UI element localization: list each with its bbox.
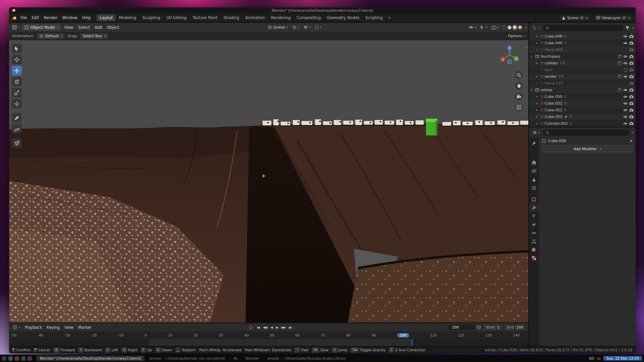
exclude-checkbox[interactable] bbox=[618, 88, 622, 92]
menu-item[interactable]: File bbox=[18, 15, 29, 21]
viewport-menu-item[interactable]: Add bbox=[92, 24, 104, 31]
outliner-row[interactable]: ▸ ▽ Plane.015 ▽ ⌄ bbox=[529, 80, 636, 86]
toggle-ortho-button[interactable] bbox=[515, 103, 523, 111]
browser-icon[interactable] bbox=[21, 356, 25, 361]
expand-arrow-icon[interactable]: ▸ bbox=[536, 102, 541, 105]
taskbar-window-button[interactable]: amalie : ~/Downloads/Youtube-Audio-Libra… bbox=[264, 356, 350, 361]
disable-render-icon[interactable] bbox=[629, 48, 634, 52]
end-frame-field[interactable]: End 100 bbox=[504, 324, 526, 330]
workspace-tab[interactable]: + bbox=[386, 14, 393, 21]
tool-scale[interactable] bbox=[12, 88, 22, 98]
exclude-checkbox[interactable] bbox=[618, 75, 622, 78]
disable-render-icon[interactable] bbox=[629, 81, 634, 85]
workspace-tab[interactable]: Animation bbox=[242, 14, 268, 21]
expand-arrow-icon[interactable]: ▸ bbox=[536, 61, 541, 65]
editor-icon[interactable] bbox=[28, 356, 32, 361]
expand-arrow-icon[interactable]: ▸ bbox=[536, 35, 541, 38]
transport-button[interactable]: ◀ bbox=[269, 325, 274, 329]
exclude-checkbox[interactable] bbox=[618, 61, 622, 65]
tab-material[interactable] bbox=[529, 245, 539, 254]
outliner-item-label[interactable]: Cube.052 bbox=[545, 108, 562, 112]
outliner-item-label[interactable]: Plane.006 bbox=[545, 48, 563, 52]
tool-add-cube[interactable] bbox=[12, 138, 22, 148]
timeline-track-area[interactable] bbox=[9, 339, 528, 346]
disable-render-icon[interactable] bbox=[629, 88, 634, 92]
outliner-item-label[interactable]: Cube.051 bbox=[545, 101, 562, 106]
expand-arrow-icon[interactable]: ▸ bbox=[536, 115, 541, 118]
outliner-row[interactable]: ▸ ▽ Cube.052 ▽ ⌄ bbox=[529, 107, 636, 113]
window-titlebar[interactable]: Blender* [/home/amalie/Desktop/blender/r… bbox=[9, 7, 636, 13]
outliner-search[interactable] bbox=[543, 25, 624, 31]
taskbar-window-button[interactable]: amalie : ~/Desktop/blender (on syncblend… bbox=[146, 356, 228, 361]
taskbar-window-button[interactable]: Blender* [/home/amalie/Desktop/blender/r… bbox=[37, 356, 145, 361]
file-manager-icon[interactable] bbox=[8, 356, 13, 361]
expand-arrow-icon[interactable]: ▸ bbox=[536, 41, 541, 45]
outliner-item-label[interactable]: Cylinder.002 bbox=[545, 121, 568, 126]
outliner-item-label[interactable]: Cube.049 bbox=[545, 41, 562, 45]
timeline-menu-item[interactable]: View bbox=[62, 324, 76, 330]
overlays-toggle[interactable]: ▾ bbox=[490, 25, 500, 30]
menu-item[interactable]: Help bbox=[80, 15, 93, 21]
shading-material-button[interactable] bbox=[513, 25, 517, 29]
outliner-item-label[interactable]: fourthpass bbox=[541, 54, 560, 59]
remove-viewlayer-icon[interactable]: × bbox=[627, 16, 631, 20]
workspace-tab[interactable]: Compositing bbox=[293, 14, 324, 21]
properties-search-input[interactable] bbox=[551, 130, 627, 135]
tab-scene[interactable] bbox=[529, 175, 539, 184]
hide-eye-icon[interactable] bbox=[623, 41, 628, 45]
timeline-editor-type-select[interactable]: ▾ bbox=[11, 324, 21, 330]
properties-options-chevron-icon[interactable]: ▾ bbox=[632, 131, 633, 134]
outliner-row[interactable]: ▸ ▽ collider ▽ 7 ⌄ bbox=[529, 60, 636, 66]
outliner-row[interactable]: ▾ ▽ fourthpass ▽ ⌄ bbox=[529, 53, 636, 60]
zoom-button[interactable] bbox=[515, 71, 523, 79]
outliner-item-label[interactable]: Cube.050 bbox=[545, 95, 562, 99]
expand-arrow-icon[interactable]: ▸ bbox=[536, 122, 541, 125]
scene-selector[interactable]: Scene × bbox=[559, 15, 591, 21]
navigation-gizmo[interactable]: Z X Y bbox=[499, 44, 520, 66]
viewlayer-selector[interactable]: ViewLayer × bbox=[594, 15, 633, 21]
outliner-row[interactable]: ▸ ▽ Cube.053 ▽ ⌄ bbox=[529, 113, 636, 120]
outliner-editor-type-select[interactable]: ▾ bbox=[531, 25, 541, 31]
pan-hand-button[interactable] bbox=[515, 82, 523, 90]
expand-arrow-icon[interactable]: ▸ bbox=[536, 108, 541, 112]
tool-transform[interactable] bbox=[12, 99, 22, 109]
timeline-menu-item[interactable]: Keying bbox=[44, 324, 62, 330]
properties-search[interactable] bbox=[543, 129, 630, 136]
options-dropdown[interactable]: Options▾ bbox=[508, 34, 525, 38]
shading-options-chevron-icon[interactable]: ▾ bbox=[525, 26, 526, 29]
timeline-ruler[interactable]: -50-40-30-20-100102030405060708090100110… bbox=[9, 331, 528, 339]
outliner-item-label[interactable]: Cube.048 bbox=[545, 34, 562, 39]
outliner-row[interactable]: ▽ bool ▽ ⌄ bbox=[529, 66, 636, 73]
shading-rendered-button[interactable] bbox=[518, 25, 522, 29]
timeline-menu-item[interactable]: Playback bbox=[22, 324, 44, 330]
expand-arrow-icon[interactable]: ▸ bbox=[536, 75, 541, 78]
shading-solid-button[interactable] bbox=[507, 25, 512, 29]
outliner-row[interactable]: ▸ ▽ Cube.048 ▽ ⌄ bbox=[529, 33, 636, 40]
disable-render-icon[interactable] bbox=[629, 121, 634, 126]
viewport-canvas[interactable]: Z X Y bbox=[9, 40, 528, 322]
auto-keying-button[interactable] bbox=[249, 326, 253, 329]
show-gizmo-toggle[interactable]: ▾ bbox=[468, 24, 478, 30]
outliner-item-label[interactable]: Plane.015 bbox=[545, 81, 563, 85]
workspace-tab[interactable]: Scripting bbox=[363, 14, 386, 21]
unlink-scene-icon[interactable]: × bbox=[585, 16, 589, 20]
snap-toggle[interactable]: ▾ bbox=[302, 24, 312, 30]
drag-setting-select[interactable]: Select Box ▾ bbox=[80, 33, 108, 39]
camera-view-button[interactable] bbox=[515, 93, 523, 101]
expand-arrow-icon[interactable]: ▸ bbox=[536, 95, 541, 98]
tool-measure[interactable] bbox=[12, 124, 22, 134]
workspace-tab[interactable]: Rendering bbox=[268, 14, 294, 21]
outliner-row[interactable]: ▸ ▽ Cube.049 ▽ ⌄ bbox=[529, 40, 636, 46]
hide-eye-icon[interactable] bbox=[623, 101, 628, 106]
outliner-item-label[interactable]: Cube.053 bbox=[545, 115, 562, 119]
hide-eye-icon[interactable] bbox=[623, 61, 628, 65]
tab-world[interactable] bbox=[529, 184, 539, 192]
tab-physics[interactable] bbox=[529, 220, 539, 229]
tab-tool[interactable] bbox=[529, 139, 539, 147]
expand-arrow-icon[interactable]: ▾ bbox=[531, 55, 535, 58]
timeline-menu-item[interactable]: Marker bbox=[76, 324, 94, 330]
workspace-tab[interactable]: Modeling bbox=[116, 14, 139, 21]
outliner-row[interactable]: ▸ ▽ Plane.006 ▽ ⌄ bbox=[529, 46, 636, 53]
blender-menu-icon[interactable] bbox=[12, 15, 17, 20]
workspace-tab[interactable]: Sculpting bbox=[139, 14, 163, 21]
